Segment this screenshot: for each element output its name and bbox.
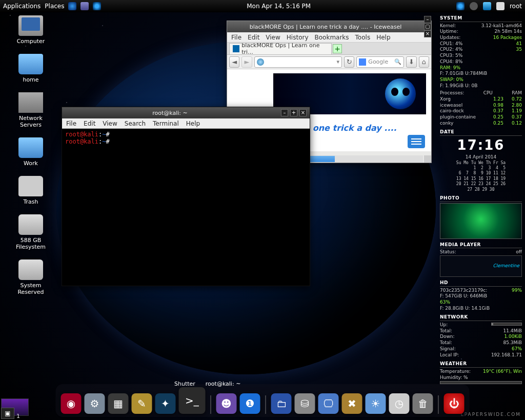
panel-clock[interactable]: Mon Apr 14, 5:16 PM xyxy=(247,3,311,10)
computer-icon xyxy=(18,15,43,36)
dock-info-icon[interactable]: ❶ xyxy=(240,393,260,414)
term-menu-help[interactable]: Help xyxy=(186,120,200,127)
ice-menu-view[interactable]: View xyxy=(266,34,280,41)
resize-grip[interactable] xyxy=(424,155,431,163)
minimize-button[interactable]: – xyxy=(281,109,288,116)
close-button[interactable]: × xyxy=(299,109,307,116)
folder-icon xyxy=(18,137,43,158)
desktop-icon-network-servers[interactable]: Network Servers xyxy=(8,92,54,128)
search-go-icon[interactable]: 🔍 xyxy=(394,58,401,65)
dock-display-icon[interactable]: 🖵 xyxy=(318,393,339,414)
dock-trash-icon[interactable]: 🗑 xyxy=(413,393,433,414)
tray-kali-icon[interactable] xyxy=(456,2,465,10)
dock-settings-icon[interactable]: ⚙ xyxy=(85,393,105,414)
maximize-button[interactable]: ▢ xyxy=(424,23,431,30)
terminal-titlebar[interactable]: root@kali: ~ – + × xyxy=(62,107,310,118)
menu-places[interactable]: Places xyxy=(45,3,64,10)
term-menu-terminal[interactable]: Terminal xyxy=(153,120,179,127)
dock-terminal-icon[interactable]: >_ xyxy=(179,387,206,414)
app-launcher-icon[interactable] xyxy=(80,2,89,10)
dock-drive-icon[interactable]: ⛁ xyxy=(295,393,315,414)
term-menu-view[interactable]: View xyxy=(103,120,117,127)
dock-calculator-icon[interactable]: ▦ xyxy=(108,393,129,414)
maximize-button[interactable]: + xyxy=(290,109,297,116)
close-button[interactable]: × xyxy=(424,30,431,37)
term-menu-edit[interactable]: Edit xyxy=(84,120,95,127)
iceweasel-launcher-icon[interactable] xyxy=(68,2,76,10)
term-menu-file[interactable]: File xyxy=(66,120,76,127)
dock-pidgin-icon[interactable]: ☻ xyxy=(216,393,237,414)
user-menu[interactable]: root xyxy=(510,3,522,10)
icon-label: Network Servers xyxy=(8,115,54,128)
iceweasel-titlebar[interactable]: blackMORE Ops | Learn one trick a day ..… xyxy=(227,21,431,32)
updates-value: 16 Packages xyxy=(493,35,522,41)
url-bar[interactable]: www.blackmoreops.com ▾ xyxy=(254,56,342,68)
browser-tab[interactable]: blackMORE Ops | Learn one tri... xyxy=(229,43,332,54)
minimize-button[interactable]: – xyxy=(424,16,431,23)
url-text: www.blackmoreops.com xyxy=(266,58,335,65)
ice-menu-history[interactable]: History xyxy=(287,34,309,41)
downloads-button[interactable]: ⬇ xyxy=(406,56,416,68)
terminal-body[interactable]: root@kali:~#root@kali:~# xyxy=(62,129,310,147)
dock-tools-icon[interactable]: ✖ xyxy=(342,393,362,414)
net-down-value: 1.00KiB xyxy=(504,334,522,340)
net-signal-label: Signal: xyxy=(440,346,456,352)
desktop-icon-computer[interactable]: Computer xyxy=(8,15,54,45)
dock-files-icon[interactable]: 🗀 xyxy=(271,393,292,414)
ice-menu-bookmarks[interactable]: Bookmarks xyxy=(315,34,349,41)
search-placeholder: Google xyxy=(368,58,388,65)
conky-hd-header: HD xyxy=(440,280,522,287)
search-bar[interactable]: Google 🔍 xyxy=(356,56,404,68)
kali-launcher-icon[interactable] xyxy=(93,2,101,10)
conky-weather-header: WEATHER xyxy=(440,361,522,368)
desktop-icon-home[interactable]: home xyxy=(8,54,54,83)
net-up-label: Up: xyxy=(440,322,448,328)
desktop-icon-588-gb-filesystem[interactable]: 588 GB Filesystem xyxy=(8,214,54,250)
net-down-total: 85.3MiB xyxy=(503,340,522,346)
dock-debian-icon[interactable]: ◉ xyxy=(61,393,82,414)
ice-menu-tools[interactable]: Tools xyxy=(355,34,371,41)
hd-home-free: F: 28.8GiB U: 14.1GiB xyxy=(440,306,522,312)
reload-button[interactable]: ↻ xyxy=(344,56,354,68)
desktop-icon-trash[interactable]: Trash xyxy=(8,176,54,205)
dock-notes-icon[interactable]: ✎ xyxy=(132,393,152,414)
servers-icon xyxy=(18,92,43,113)
site-menu-button[interactable] xyxy=(408,135,425,148)
dock-clock-icon[interactable]: ◷ xyxy=(389,393,410,414)
updates-label: Updates: xyxy=(440,35,460,41)
conky-media-header: MEDIA PLAYER xyxy=(440,242,522,249)
icon-label: System Reserved xyxy=(8,282,54,295)
hd-root-uuid: 703c23573c23179c: xyxy=(440,288,487,294)
volume-icon[interactable] xyxy=(470,2,478,10)
new-tab-button[interactable]: + xyxy=(333,44,342,53)
menu-applications[interactable]: Applications xyxy=(3,3,41,10)
net-ip: 192.168.1.71 xyxy=(491,352,522,358)
forward-button[interactable]: ► xyxy=(241,56,252,68)
ram-usage: F: 7.01GiB U:784MiB xyxy=(440,71,522,77)
workspace-switcher[interactable]: ▣ 1 xyxy=(1,398,47,419)
dropdown-icon[interactable]: ▾ xyxy=(336,58,339,65)
term-menu-search[interactable]: Search xyxy=(125,120,146,127)
drive-icon xyxy=(18,214,43,235)
terminal-window[interactable]: root@kali: ~ – + × FileEditViewSearchTer… xyxy=(62,107,310,286)
dock-tooltips: Shutter root@kali: ~ xyxy=(174,381,240,387)
ice-menu-file[interactable]: File xyxy=(231,34,241,41)
conky-photo-widget xyxy=(440,203,522,239)
terminal-title: root@kali: ~ xyxy=(62,110,278,116)
desktop-icon-system-reserved[interactable]: System Reserved xyxy=(8,259,54,295)
uptime-label: Uptime: xyxy=(440,29,458,35)
ice-menu-edit[interactable]: Edit xyxy=(248,34,259,41)
cpu2-temp: 35 xyxy=(516,47,522,53)
home-button[interactable]: ⌂ xyxy=(419,56,429,68)
back-button[interactable]: ◄ xyxy=(229,56,239,68)
workspace-terminal-icon[interactable]: ▣ xyxy=(1,408,14,419)
dock-shutter-icon[interactable]: ✦ xyxy=(155,393,176,414)
top-panel: Applications Places Mon Apr 14, 5:16 PM … xyxy=(0,0,525,12)
dock-weather-icon[interactable]: ☀ xyxy=(366,393,386,414)
network-icon[interactable] xyxy=(483,2,491,10)
ice-menu-help[interactable]: Help xyxy=(376,34,390,41)
desktop-icon-work[interactable]: Work xyxy=(8,137,54,167)
status-icon[interactable] xyxy=(496,2,504,10)
terminal-menubar: FileEditViewSearchTerminalHelp xyxy=(62,118,310,129)
dock-power-icon[interactable]: ⏻ xyxy=(444,393,465,414)
